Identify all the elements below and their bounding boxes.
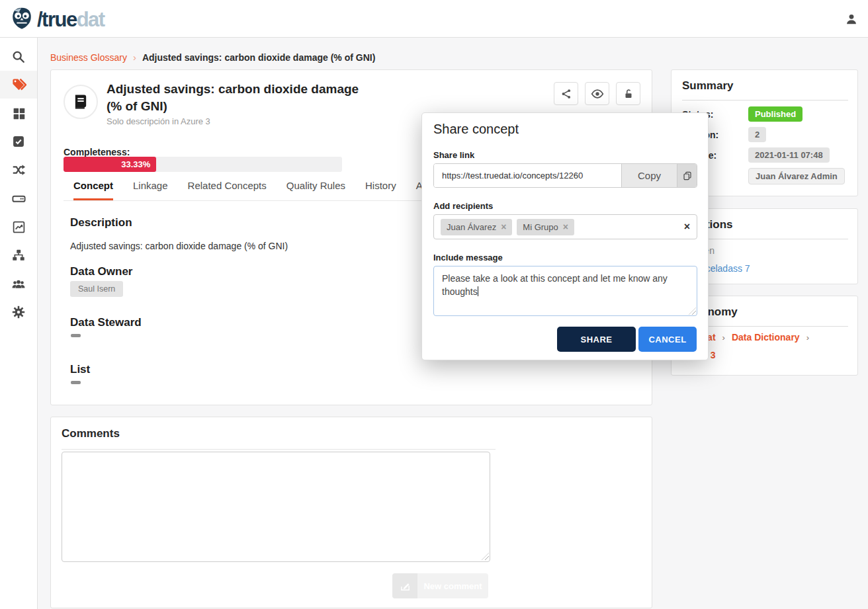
data-owner-heading: Data Owner: [70, 265, 132, 278]
copy-icon[interactable]: [677, 164, 697, 187]
completeness-fill: 33.33%: [64, 157, 156, 172]
update-date-badge: 2021-01-11 07:48: [748, 147, 830, 163]
share-concept-button[interactable]: [554, 82, 578, 105]
nav-settings-gear-icon[interactable]: [0, 298, 37, 326]
modal-title: Share concept: [433, 122, 519, 137]
share-link-group: Copy: [433, 163, 697, 188]
last-user-badge: Juan Álvarez Admin: [748, 168, 845, 184]
data-steward-heading: Data Steward: [70, 316, 142, 329]
tab-history[interactable]: History: [365, 180, 396, 200]
wordmark-dark: /true: [37, 8, 77, 31]
wordmark-light: dat: [77, 8, 105, 31]
remove-recipient-icon[interactable]: ×: [501, 223, 506, 230]
add-recipients-label: Add recipients: [433, 201, 493, 211]
nav-chart-icon[interactable]: [0, 213, 37, 241]
left-nav-sidebar: [0, 38, 38, 609]
nav-glossary-tag-icon[interactable]: [0, 71, 37, 99]
comments-heading: Comments: [62, 427, 496, 450]
recipient-name: Mi Grupo: [523, 222, 558, 232]
comments-card: Comments New comment: [50, 417, 652, 608]
recipient-chip: Mi Grupo ×: [517, 219, 574, 235]
recipients-input[interactable]: Juan Álvarez × Mi Grupo × ×: [433, 214, 697, 239]
nav-storage-drive-icon[interactable]: [0, 184, 37, 212]
breadcrumb-glossary-link[interactable]: Business Glossary: [50, 52, 127, 63]
recipient-chip: Juan Álvarez ×: [441, 219, 512, 235]
tab-linkage[interactable]: Linkage: [133, 180, 168, 200]
share-link-input[interactable]: [434, 164, 621, 187]
share-submit-button[interactable]: SHARE: [557, 327, 636, 352]
recipient-name: Juan Álvarez: [447, 222, 496, 232]
comment-textarea[interactable]: [62, 452, 490, 562]
remove-recipient-icon[interactable]: ×: [563, 223, 568, 230]
new-comment-button[interactable]: New comment: [392, 573, 488, 598]
truedat-logo[interactable]: /truedat: [9, 6, 105, 34]
breadcrumb-current: Adjusted savings: carbon dioxide damage …: [142, 52, 375, 63]
unlock-concept-button[interactable]: [616, 82, 640, 105]
breadcrumb-separator: ›: [133, 52, 136, 63]
owl-logo-icon: [9, 6, 34, 34]
text-caret: [478, 286, 478, 296]
data-owner-value: Saul Isern: [70, 281, 123, 297]
clear-recipients-icon[interactable]: ×: [684, 221, 690, 233]
status-badge: Published: [748, 106, 803, 122]
tab-concept[interactable]: Concept: [73, 180, 113, 200]
concept-subtitle: Solo descripción in Azure 3: [107, 116, 210, 126]
list-empty-dash: [71, 381, 81, 384]
version-badge: 2: [748, 127, 766, 142]
copy-button[interactable]: Copy: [621, 164, 677, 187]
completeness-value: 33.33%: [121, 159, 150, 169]
nav-users-icon[interactable]: [0, 270, 37, 298]
nav-hierarchy-icon[interactable]: [0, 241, 37, 269]
include-message-label: Include message: [433, 253, 503, 263]
top-header: /truedat: [0, 0, 868, 38]
completeness-bar: 33.33%: [64, 157, 342, 172]
message-textarea[interactable]: Please take a look at this concept and l…: [433, 266, 697, 316]
completeness-label: Completeness:: [64, 147, 130, 157]
taxonomy-item-data-dictionary[interactable]: Data Dictionary: [732, 332, 800, 343]
tab-quality-rules[interactable]: Quality Rules: [286, 180, 345, 200]
nav-grid-icon[interactable]: [0, 99, 37, 127]
user-account-icon[interactable]: [844, 12, 859, 29]
share-link-label: Share link: [433, 150, 474, 160]
cancel-button[interactable]: CANCEL: [638, 327, 697, 352]
nav-shuffle-icon[interactable]: [0, 156, 37, 184]
data-steward-empty-dash: [71, 334, 81, 337]
nav-search-icon[interactable]: [0, 43, 37, 71]
taxonomy-separator: ›: [722, 333, 725, 343]
taxonomy-separator: ›: [806, 333, 809, 343]
new-comment-label: New comment: [417, 573, 488, 598]
concept-type-icon: [64, 85, 98, 119]
watch-concept-button[interactable]: [585, 82, 609, 105]
summary-heading: Summary: [682, 79, 848, 101]
list-heading: List: [70, 363, 90, 376]
tab-related-concepts[interactable]: Related Concepts: [188, 180, 267, 200]
breadcrumb: Business Glossary › Adjusted savings: ca…: [50, 52, 375, 63]
description-heading: Description: [70, 216, 132, 229]
edit-pencil-icon: [392, 573, 417, 598]
description-text: Adjusted savings: carbon dioxide damage …: [70, 241, 288, 251]
nav-tasks-check-icon[interactable]: [0, 128, 37, 155]
concept-title: Adjusted savings: carbon dioxide damage …: [107, 81, 371, 114]
share-concept-modal: Share concept Share link Copy Add recipi…: [421, 112, 709, 360]
